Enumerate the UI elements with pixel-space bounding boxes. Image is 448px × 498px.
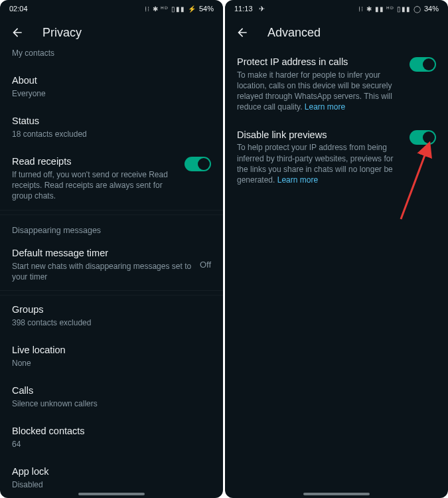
item-disable-link-previews[interactable]: Disable link previews To help protect yo… bbox=[225, 121, 448, 194]
nav-pill bbox=[303, 493, 370, 495]
battery-text: 34% bbox=[424, 5, 439, 13]
item-sub: Start new chats with disappearing messag… bbox=[12, 261, 192, 282]
learn-more-link[interactable]: Learn more bbox=[305, 102, 345, 112]
status-bar-right: 11:13 ✈ ⁞⁝ ✱ ▮▮ ᴴᴰ ▯▮▮ ◯ 34% bbox=[225, 0, 448, 17]
back-arrow-icon bbox=[11, 26, 24, 39]
protect-ip-toggle[interactable] bbox=[410, 57, 436, 72]
item-live-location[interactable]: Live location None bbox=[0, 336, 223, 376]
read-receipts-toggle[interactable] bbox=[185, 157, 211, 171]
item-title: Disable link previews bbox=[237, 129, 402, 141]
item-about[interactable]: About Everyone bbox=[0, 66, 223, 107]
battery-text: 54% bbox=[199, 5, 214, 13]
item-mycontacts-partial[interactable]: My contacts bbox=[0, 48, 223, 66]
item-title: Live location bbox=[12, 344, 211, 357]
divider bbox=[0, 290, 223, 295]
divider bbox=[0, 210, 223, 215]
item-sub: My contacts bbox=[12, 48, 211, 58]
item-sub: 64 bbox=[12, 439, 211, 450]
item-sub: 398 contacts excluded bbox=[12, 317, 211, 328]
settings-list-right[interactable]: Protect IP address in calls To make it h… bbox=[225, 48, 448, 498]
timer-value: Off bbox=[200, 260, 211, 270]
back-button[interactable] bbox=[11, 26, 24, 39]
back-arrow-icon bbox=[236, 26, 249, 39]
section-disappearing: Disappearing messages bbox=[0, 215, 223, 239]
item-groups[interactable]: Groups 398 contacts excluded bbox=[0, 295, 223, 336]
status-icons: ⁞⁝ ✱ ᴴᴰ ▯▮▮ ⚡ bbox=[145, 5, 196, 13]
item-title: Protect IP address in calls bbox=[237, 56, 402, 68]
item-title: Status bbox=[12, 115, 211, 127]
item-title: Calls bbox=[12, 384, 211, 397]
appbar-right: Advanced bbox=[225, 17, 448, 48]
appbar-left: Privacy bbox=[0, 17, 223, 48]
item-default-timer[interactable]: Default message timer Start new chats wi… bbox=[0, 239, 223, 290]
item-title: Groups bbox=[12, 303, 211, 316]
status-bar-left: 02:04 ⁞⁝ ✱ ᴴᴰ ▯▮▮ ⚡ 54% bbox=[0, 0, 223, 17]
item-sub: None bbox=[12, 358, 211, 369]
back-button[interactable] bbox=[236, 26, 249, 39]
item-title: Default message timer bbox=[12, 247, 192, 260]
telegram-icon: ✈ bbox=[259, 5, 265, 13]
item-applock[interactable]: App lock Disabled bbox=[0, 457, 223, 498]
item-protect-ip[interactable]: Protect IP address in calls To make it h… bbox=[225, 48, 448, 121]
item-sub: If turned off, you won't send or receive… bbox=[12, 169, 177, 202]
item-calls[interactable]: Calls Silence unknown callers bbox=[0, 376, 223, 417]
right-screenshot: 11:13 ✈ ⁞⁝ ✱ ▮▮ ᴴᴰ ▯▮▮ ◯ 34% Advanced Pr… bbox=[225, 0, 448, 498]
item-sub: Disabled bbox=[12, 479, 211, 490]
item-status[interactable]: Status 18 contacts excluded bbox=[0, 107, 223, 147]
settings-list-left[interactable]: My contacts About Everyone Status 18 con… bbox=[0, 48, 223, 498]
item-sub: Silence unknown callers bbox=[12, 398, 211, 409]
item-sub: Everyone bbox=[12, 88, 211, 99]
item-sub: To help protect your IP address from bei… bbox=[237, 142, 402, 185]
item-title: Read receipts bbox=[12, 155, 177, 168]
clock: 02:04 bbox=[9, 5, 28, 13]
item-title: Blocked contacts bbox=[12, 425, 211, 438]
status-icons: ⁞⁝ ✱ ▮▮ ᴴᴰ ▯▮▮ ◯ bbox=[358, 5, 421, 13]
page-title: Privacy bbox=[42, 26, 82, 40]
learn-more-link[interactable]: Learn more bbox=[277, 175, 318, 185]
item-read-receipts[interactable]: Read receipts If turned off, you won't s… bbox=[0, 147, 223, 209]
item-blocked[interactable]: Blocked contacts 64 bbox=[0, 417, 223, 457]
item-title: App lock bbox=[12, 465, 211, 478]
page-title: Advanced bbox=[267, 26, 321, 40]
item-sub: 18 contacts excluded bbox=[12, 129, 211, 139]
item-sub: To make it harder for people to infer yo… bbox=[237, 70, 402, 113]
clock: 11:13 bbox=[234, 5, 253, 13]
item-title: About bbox=[12, 74, 211, 87]
left-screenshot: 02:04 ⁞⁝ ✱ ᴴᴰ ▯▮▮ ⚡ 54% Privacy My conta… bbox=[0, 0, 223, 498]
nav-pill bbox=[78, 493, 145, 495]
disable-link-toggle[interactable] bbox=[410, 130, 436, 145]
